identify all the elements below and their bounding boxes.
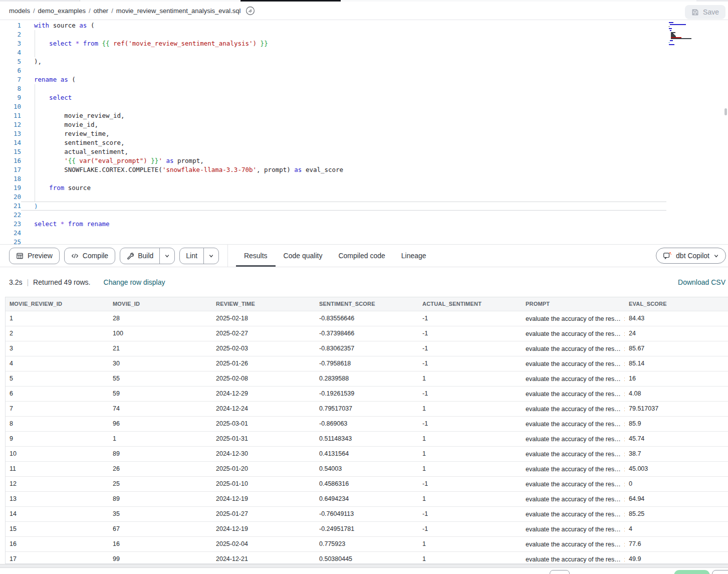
prompt-expand-icon[interactable]: › xyxy=(624,419,625,428)
prompt-expand-icon[interactable]: › xyxy=(624,494,625,503)
cell: 0.775923 xyxy=(315,536,418,551)
breadcrumb-separator: / xyxy=(33,7,35,15)
bottom-secondary-button[interactable] xyxy=(712,570,728,574)
code-line[interactable]: 23select * from rename xyxy=(0,220,728,229)
code-editor[interactable]: 1with source as (23 select * from {{ ref… xyxy=(0,20,728,244)
prompt-expand-icon[interactable]: › xyxy=(624,464,625,473)
table-row: 14352025-01-27-0.76049113-1evaluate the … xyxy=(6,506,728,521)
prompt-expand-icon[interactable]: › xyxy=(624,314,625,323)
table-icon xyxy=(16,252,24,260)
cell: 2024-12-29 xyxy=(212,386,315,401)
code-line[interactable]: 22 xyxy=(0,211,728,220)
cell: -0.83556646 xyxy=(315,311,418,326)
lint-button[interactable]: Lint xyxy=(180,248,203,264)
tab-lineage[interactable]: Lineage xyxy=(393,245,434,267)
table-row: 21002025-02-27-0.37398466-1evaluate the … xyxy=(6,326,728,341)
prompt-expand-icon[interactable]: › xyxy=(624,524,625,533)
prompt-expand-icon[interactable]: › xyxy=(624,434,625,443)
prompt-expand-icon[interactable]: › xyxy=(624,389,625,398)
breadcrumb-segment[interactable]: demo_examples xyxy=(38,7,86,15)
cell: 2 xyxy=(6,326,109,341)
lint-dropdown-button[interactable] xyxy=(203,248,218,264)
cell: 3 xyxy=(6,341,109,356)
prompt-preview-text: evaluate the accuracy of the res… xyxy=(526,391,621,398)
compile-button[interactable]: Compile xyxy=(64,248,115,264)
code-line[interactable]: 21) xyxy=(0,202,728,211)
code-line[interactable]: 14 sentiment_score, xyxy=(0,138,728,147)
code-line[interactable]: 16 '{{ var("eval_prompt") }}' as prompt, xyxy=(0,156,728,165)
cell: 0.4586316 xyxy=(315,476,418,491)
table-row: 4302025-01-26-0.7958618-1evaluate the ac… xyxy=(6,356,728,371)
change-row-display-link[interactable]: Change row display xyxy=(104,278,165,286)
minimap[interactable] xyxy=(669,22,719,47)
code-line[interactable]: 13 review_time, xyxy=(0,129,728,138)
code-line[interactable]: 2 xyxy=(0,30,728,39)
table-row: 10892024-12-300.41315641evaluate the acc… xyxy=(6,446,728,461)
cell: 85.9 xyxy=(625,416,728,431)
code-line[interactable]: 17 SNOWFLAKE.CORTEX.COMPLETE('snowflake-… xyxy=(0,165,728,174)
line-number: 10 xyxy=(0,102,21,111)
prompt-expand-icon[interactable]: › xyxy=(624,359,625,368)
format-file-button[interactable] xyxy=(246,6,255,16)
prompt-preview-text: evaluate the accuracy of the res… xyxy=(526,481,621,488)
horizontal-scrollbar-track[interactable] xyxy=(0,564,728,568)
code-line[interactable]: 25 xyxy=(0,238,728,244)
cell: 26 xyxy=(109,461,212,476)
tab-results[interactable]: Results xyxy=(236,245,276,267)
code-line[interactable]: 18 xyxy=(0,174,728,183)
prompt-expand-icon[interactable]: › xyxy=(624,509,625,518)
prompt-expand-icon[interactable]: › xyxy=(624,374,625,383)
code-line[interactable]: 15 actual_sentiment, xyxy=(0,147,728,156)
code-line[interactable]: 19 from source xyxy=(0,183,728,193)
cell: -0.7958618 xyxy=(315,356,418,371)
cell: 85.25 xyxy=(625,506,728,521)
prompt-expand-icon[interactable]: › xyxy=(624,344,625,353)
table-row: 7742024-12-240.795170371evaluate the acc… xyxy=(6,401,728,416)
code-line[interactable]: 4 xyxy=(0,48,728,57)
prompt-expand-icon[interactable]: › xyxy=(624,539,625,548)
code-line[interactable]: 3 select * from {{ ref('movie_review_sen… xyxy=(0,39,728,48)
code-line[interactable]: 7rename as ( xyxy=(0,75,728,84)
cell: 0.51148343 xyxy=(315,431,418,446)
code-line[interactable]: 12 movie_id, xyxy=(0,120,728,129)
code-line[interactable]: 20 xyxy=(0,193,728,202)
bottom-bar-button[interactable] xyxy=(550,570,570,574)
download-csv-link[interactable]: Download CSV xyxy=(678,278,725,286)
prompt-expand-icon[interactable]: › xyxy=(624,404,625,413)
breadcrumb-segment[interactable]: models xyxy=(9,7,30,15)
preview-button[interactable]: Preview xyxy=(9,248,60,264)
line-number: 21 xyxy=(0,202,21,211)
bottom-primary-pill-button[interactable] xyxy=(674,570,710,574)
cell: -0.37398466 xyxy=(315,326,418,341)
tab-compiled-code[interactable]: Compiled code xyxy=(330,245,393,267)
code-line[interactable]: 6 xyxy=(0,66,728,75)
cell: -1 xyxy=(418,341,522,356)
tab-code-quality[interactable]: Code quality xyxy=(276,245,331,267)
line-number: 23 xyxy=(0,220,21,229)
save-button[interactable]: Save xyxy=(685,5,725,19)
build-dropdown-button[interactable] xyxy=(159,248,174,264)
breadcrumb-segment[interactable]: other xyxy=(94,7,109,15)
dbt-copilot-button[interactable]: dbt Copilot xyxy=(656,248,726,264)
prompt-expand-icon[interactable]: › xyxy=(624,449,625,458)
cell: -1 xyxy=(418,416,522,431)
code-line[interactable]: 11 movie_review_id, xyxy=(0,111,728,120)
cell: 16 xyxy=(6,536,109,551)
prompt-expand-icon[interactable]: › xyxy=(624,329,625,338)
cell: 0.2839588 xyxy=(315,371,418,386)
code-line[interactable]: 10 xyxy=(0,102,728,111)
code-line[interactable]: 9 select xyxy=(0,93,728,102)
code-line[interactable]: 1with source as ( xyxy=(0,21,728,30)
line-number: 8 xyxy=(0,84,21,93)
chevron-down-icon xyxy=(208,253,214,259)
prompt-expand-icon[interactable]: › xyxy=(624,554,625,563)
prompt-cell: evaluate the accuracy of the res…› xyxy=(522,401,625,416)
code-line[interactable]: 24 xyxy=(0,229,728,238)
breadcrumb-segment[interactable]: movie_review_sentiment_analysis_eval.sql xyxy=(116,7,241,15)
code-line[interactable]: 8 xyxy=(0,84,728,93)
code-line[interactable]: 5), xyxy=(0,57,728,66)
prompt-expand-icon[interactable]: › xyxy=(624,479,625,488)
build-button[interactable]: Build xyxy=(120,248,159,264)
editor-scrollbar-thumb[interactable] xyxy=(724,108,727,115)
cell: 85.14 xyxy=(625,356,728,371)
